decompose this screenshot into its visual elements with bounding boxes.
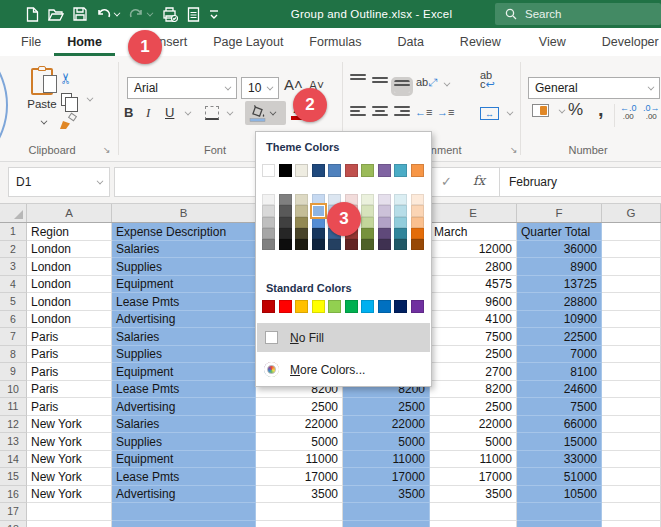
- cell-C17[interactable]: [256, 503, 343, 521]
- theme-variant-swatch[interactable]: [411, 217, 424, 228]
- cell-C16[interactable]: 3500: [256, 486, 343, 504]
- cell-E6[interactable]: 4100: [430, 311, 517, 329]
- cell-C11[interactable]: 2500: [256, 398, 343, 416]
- cell-G5[interactable]: [602, 293, 661, 311]
- row-header-15[interactable]: 15: [0, 468, 27, 486]
- cell-F15[interactable]: 51000: [517, 468, 602, 486]
- cell-B4[interactable]: Equipment: [112, 276, 256, 294]
- theme-variant-swatch[interactable]: [295, 228, 308, 239]
- selected-fill-swatch[interactable]: [312, 205, 325, 216]
- theme-variant-swatch[interactable]: [411, 239, 424, 250]
- theme-variant-swatch[interactable]: [361, 239, 374, 250]
- comma-style-icon[interactable]: ,: [598, 98, 604, 121]
- cell-B8[interactable]: Supplies: [112, 346, 256, 364]
- cell-B13[interactable]: Supplies: [112, 433, 256, 451]
- theme-color-swatch[interactable]: [378, 164, 391, 177]
- theme-variant-swatch[interactable]: [394, 217, 407, 228]
- cell-G1[interactable]: [602, 223, 661, 241]
- copy-icon[interactable]: [61, 93, 72, 106]
- column-header-G[interactable]: G: [602, 204, 661, 222]
- cell-F12[interactable]: 66000: [517, 416, 602, 434]
- theme-variant-swatch[interactable]: [279, 239, 292, 250]
- cell-C13[interactable]: 5000: [256, 433, 343, 451]
- cell-B6[interactable]: Advertising: [112, 311, 256, 329]
- quick-print-icon[interactable]: [162, 7, 178, 22]
- tab-view[interactable]: View: [526, 28, 579, 56]
- theme-color-swatch[interactable]: [361, 164, 374, 177]
- cell-C15[interactable]: 17000: [256, 468, 343, 486]
- tab-file[interactable]: File: [8, 28, 54, 56]
- standard-color-swatch[interactable]: [378, 300, 391, 313]
- cell-D14[interactable]: 11000: [343, 451, 430, 469]
- orientation-icon[interactable]: ab⤢: [416, 76, 437, 89]
- cell-G11[interactable]: [602, 398, 661, 416]
- borders-icon[interactable]: [205, 106, 219, 120]
- standard-color-swatch[interactable]: [328, 300, 341, 313]
- accounting-format-icon[interactable]: [532, 104, 549, 117]
- theme-color-swatch[interactable]: [394, 164, 407, 177]
- wrap-text-icon[interactable]: abc↩: [480, 71, 495, 89]
- cell-E15[interactable]: 17000: [430, 468, 517, 486]
- row-header-13[interactable]: 13: [0, 433, 27, 451]
- cell-E12[interactable]: 22000: [430, 416, 517, 434]
- cell-F16[interactable]: 10500: [517, 486, 602, 504]
- theme-variant-swatch[interactable]: [295, 194, 308, 205]
- theme-variant-swatch[interactable]: [345, 239, 358, 250]
- align-top-icon[interactable]: [350, 74, 366, 87]
- standard-color-swatch[interactable]: [295, 300, 308, 313]
- row-header-8[interactable]: 8: [0, 346, 27, 364]
- row-header-7[interactable]: 7: [0, 328, 27, 346]
- theme-variant-swatch[interactable]: [262, 194, 275, 205]
- cell-A16[interactable]: New York: [27, 486, 112, 504]
- undo-icon[interactable]: [96, 7, 120, 21]
- align-bottom-icon[interactable]: [394, 80, 410, 93]
- cell-E18[interactable]: [430, 521, 517, 527]
- cell-B11[interactable]: Advertising: [112, 398, 256, 416]
- decrease-decimal-icon[interactable]: .0→.00: [643, 104, 660, 121]
- increase-indent-icon[interactable]: →≡: [437, 106, 454, 118]
- theme-variant-swatch[interactable]: [378, 194, 391, 205]
- column-header-F[interactable]: F: [517, 204, 602, 222]
- standard-color-swatch[interactable]: [262, 300, 275, 313]
- cell-B5[interactable]: Lease Pmts: [112, 293, 256, 311]
- cell-E5[interactable]: 9600: [430, 293, 517, 311]
- underline-dropdown-icon[interactable]: [185, 109, 192, 116]
- theme-variant-swatch[interactable]: [279, 217, 292, 228]
- cell-G18[interactable]: [602, 521, 661, 527]
- cell-A15[interactable]: New York: [27, 468, 112, 486]
- tab-home[interactable]: Home: [54, 28, 115, 56]
- cell-C14[interactable]: 11000: [256, 451, 343, 469]
- theme-variant-swatch[interactable]: [361, 205, 374, 216]
- customize-qat-icon[interactable]: [209, 9, 219, 20]
- merge-center-icon[interactable]: ↔: [480, 107, 499, 120]
- theme-color-swatch[interactable]: [312, 164, 325, 177]
- orientation-dropdown-icon[interactable]: [444, 80, 451, 87]
- cell-B7[interactable]: Salaries: [112, 328, 256, 346]
- standard-color-swatch[interactable]: [361, 300, 374, 313]
- theme-variant-swatch[interactable]: [295, 217, 308, 228]
- tab-developer[interactable]: Developer: [589, 28, 661, 56]
- cell-F1[interactable]: Quarter Total: [517, 223, 602, 241]
- cell-B10[interactable]: Lease Pmts: [112, 381, 256, 399]
- cell-G9[interactable]: [602, 363, 661, 381]
- save-icon[interactable]: [73, 7, 87, 21]
- more-colors-item[interactable]: More Colors...: [257, 355, 430, 384]
- fill-color-button[interactable]: [245, 101, 286, 125]
- name-box-dropdown-icon[interactable]: [97, 177, 104, 184]
- cell-G3[interactable]: [602, 258, 661, 276]
- cell-G10[interactable]: [602, 381, 661, 399]
- theme-variant-swatch[interactable]: [394, 239, 407, 250]
- cell-A17[interactable]: [27, 503, 112, 521]
- cell-A1[interactable]: Region: [27, 223, 112, 241]
- cell-E7[interactable]: 7500: [430, 328, 517, 346]
- tab-review[interactable]: Review: [447, 28, 514, 56]
- cell-A12[interactable]: New York: [27, 416, 112, 434]
- align-middle-icon[interactable]: [372, 77, 388, 90]
- undo-dropdown-icon[interactable]: [114, 9, 121, 16]
- cell-C12[interactable]: 22000: [256, 416, 343, 434]
- standard-color-swatch[interactable]: [312, 300, 325, 313]
- cell-A9[interactable]: Paris: [27, 363, 112, 381]
- cell-F17[interactable]: [517, 503, 602, 521]
- italic-button[interactable]: I: [146, 105, 150, 121]
- standard-color-swatch[interactable]: [394, 300, 407, 313]
